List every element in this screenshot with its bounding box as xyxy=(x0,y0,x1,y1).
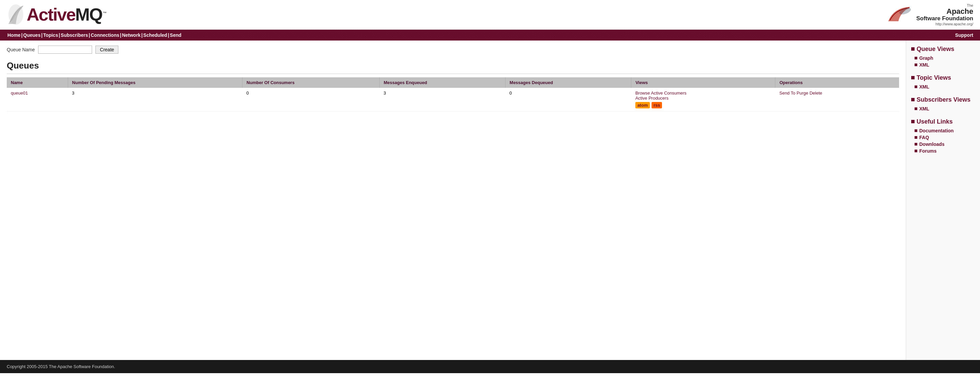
queue-views-title: Queue Views xyxy=(911,46,975,53)
subscribers-views-title: Subscribers Views xyxy=(911,96,975,103)
useful-links-title: Useful Links xyxy=(911,118,975,125)
xml-subscribers-bullet xyxy=(915,107,917,110)
queue-name-link[interactable]: queue01 xyxy=(11,91,28,96)
apache-name: Apache xyxy=(916,8,973,16)
operations-cell: Send To Purge Delete xyxy=(775,88,899,112)
col-name: Name xyxy=(7,77,68,88)
active-producers-link[interactable]: Active Producers xyxy=(635,96,771,101)
col-consumers: Number Of Consumers xyxy=(242,77,380,88)
table-row: queue01 3 0 3 0 Browse Active Consumers … xyxy=(7,88,899,112)
logo-area: ActiveMQ™ xyxy=(7,4,106,26)
queue-views-bullet xyxy=(911,47,915,51)
nav-send[interactable]: Send xyxy=(169,32,182,38)
sidebar-item-xml-queue[interactable]: XML xyxy=(911,62,975,67)
subscribers-views-bullet xyxy=(911,98,915,101)
xml-topic-bullet xyxy=(915,85,917,88)
views-cell: Browse Active Consumers Active Producers… xyxy=(631,88,775,112)
main-area: Queue Name Create Queues Name Number Of … xyxy=(0,40,980,360)
nav-home[interactable]: Home xyxy=(7,32,21,38)
topic-views-title: Topic Views xyxy=(911,74,975,82)
queue-name-input[interactable] xyxy=(38,46,92,54)
downloads-bullet xyxy=(915,143,917,146)
queue-name-cell: queue01 xyxy=(7,88,68,112)
xml-queue-link[interactable]: XML xyxy=(919,62,929,67)
forums-link[interactable]: Forums xyxy=(919,148,937,154)
nav-queues[interactable]: Queues xyxy=(22,32,41,38)
delete-link[interactable]: Delete xyxy=(809,91,822,96)
useful-links-bullet xyxy=(911,120,915,123)
create-queue-button[interactable]: Create xyxy=(95,46,118,54)
pending-cell: 3 xyxy=(68,88,242,112)
rss-badge[interactable]: rss xyxy=(652,102,662,109)
nav-connections[interactable]: Connections xyxy=(90,32,120,38)
topic-views-section: Topic Views XML xyxy=(911,74,975,90)
content-area: Queue Name Create Queues Name Number Of … xyxy=(0,40,906,360)
faq-bullet xyxy=(915,136,917,139)
queue-views-section: Queue Views Graph XML xyxy=(911,46,975,67)
sidebar-item-graph[interactable]: Graph xyxy=(911,55,975,61)
forums-bullet xyxy=(915,150,917,152)
queue-create-form: Queue Name Create xyxy=(7,46,899,54)
navigation-bar: Home | Queues | Topics | Subscribers | C… xyxy=(0,30,980,40)
nav-scheduled[interactable]: Scheduled xyxy=(143,32,168,38)
apache-feather-icon xyxy=(886,6,913,23)
send-link[interactable]: Send To xyxy=(780,91,795,96)
sidebar-item-documentation[interactable]: Documentation xyxy=(911,128,975,133)
useful-links-section: Useful Links Documentation FAQ Downloads… xyxy=(911,118,975,154)
apache-foundation: Software Foundation xyxy=(916,16,973,22)
sidebar-item-downloads[interactable]: Downloads xyxy=(911,141,975,147)
col-operations: Operations xyxy=(775,77,899,88)
nav-topics[interactable]: Topics xyxy=(43,32,59,38)
graph-link[interactable]: Graph xyxy=(919,55,933,61)
browse-consumers-link[interactable]: Browse Active Consumers xyxy=(635,91,771,96)
consumers-cell: 0 xyxy=(242,88,380,112)
documentation-link[interactable]: Documentation xyxy=(919,128,954,133)
table-header-row: Name Number Of Pending Messages Number O… xyxy=(7,77,899,88)
purge-link[interactable]: Purge xyxy=(797,91,808,96)
logo-title: ActiveMQ™ xyxy=(27,6,106,23)
rss-badges: atom rss xyxy=(635,102,771,109)
feather-icon xyxy=(7,4,25,26)
xml-queue-bullet xyxy=(915,64,917,66)
col-enqueued: Messages Enqueued xyxy=(379,77,505,88)
sidebar-item-xml-topic[interactable]: XML xyxy=(911,84,975,90)
col-pending: Number Of Pending Messages xyxy=(68,77,242,88)
sidebar-item-faq[interactable]: FAQ xyxy=(911,135,975,140)
nav-network[interactable]: Network xyxy=(121,32,141,38)
apache-url: http://www.apache.org/ xyxy=(916,22,973,26)
col-views: Views xyxy=(631,77,775,88)
sidebar-item-xml-subscribers[interactable]: XML xyxy=(911,106,975,112)
footer-text: Copyright 2005-2015 The Apache Software … xyxy=(7,364,115,369)
queues-heading: Queues xyxy=(7,61,899,74)
enqueued-cell: 3 xyxy=(379,88,505,112)
support-link[interactable]: Support xyxy=(955,32,973,38)
sidebar-item-forums[interactable]: Forums xyxy=(911,148,975,154)
right-sidebar: Queue Views Graph XML Topic Views XML xyxy=(906,40,980,360)
subscribers-views-section: Subscribers Views XML xyxy=(911,96,975,112)
xml-subscribers-link[interactable]: XML xyxy=(919,106,929,112)
docs-bullet xyxy=(915,130,917,132)
queues-table: Name Number Of Pending Messages Number O… xyxy=(7,77,899,112)
apache-logo: The Apache Software Foundation http://ww… xyxy=(886,3,973,26)
page-header: ActiveMQ™ The Apache Software Foundation… xyxy=(0,0,980,30)
xml-topic-link[interactable]: XML xyxy=(919,84,929,90)
atom-badge[interactable]: atom xyxy=(635,102,650,109)
faq-link[interactable]: FAQ xyxy=(919,135,929,140)
graph-bullet xyxy=(915,57,917,59)
dequeued-cell: 0 xyxy=(506,88,631,112)
col-dequeued: Messages Dequeued xyxy=(506,77,631,88)
page-footer: Copyright 2005-2015 The Apache Software … xyxy=(0,360,980,373)
nav-links: Home | Queues | Topics | Subscribers | C… xyxy=(7,32,182,38)
topic-views-bullet xyxy=(911,76,915,79)
nav-subscribers[interactable]: Subscribers xyxy=(60,32,89,38)
queue-name-label: Queue Name xyxy=(7,47,35,52)
downloads-link[interactable]: Downloads xyxy=(919,141,945,147)
